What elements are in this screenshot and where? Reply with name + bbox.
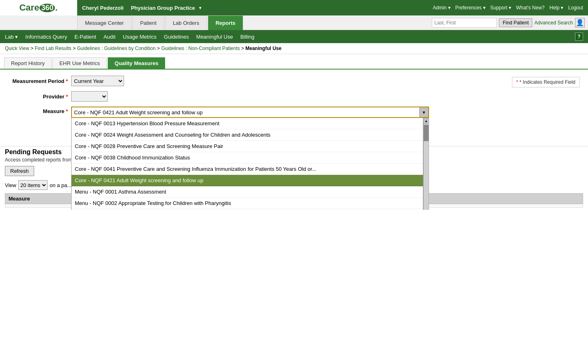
nav-usage-metrics[interactable]: Usage Metrics xyxy=(123,34,157,40)
tab-quality-measures[interactable]: Quality Measures xyxy=(108,57,166,69)
dropdown-item[interactable]: Core - NQF 0013 Hypertension Blood Press… xyxy=(72,118,423,129)
measure-row: Measure * Core - NQF 0421 Adult Weight s… xyxy=(4,107,584,118)
dropdown-item[interactable]: Core - NQF 0028 Preventive Care and Scre… xyxy=(72,141,423,152)
support-link[interactable]: Support ▾ xyxy=(490,5,511,11)
logo-block: Care 360 . xyxy=(0,0,77,15)
measure-selected-display[interactable]: Core - NQF 0421 Adult Weight screening a… xyxy=(71,107,429,118)
logo-care: Care xyxy=(19,2,39,13)
dropdown-item[interactable]: Core - NQF 0041 Preventive Care and Scre… xyxy=(72,163,423,175)
tab-message-center[interactable]: Message Center xyxy=(77,15,131,30)
logout-link[interactable]: Logout xyxy=(568,5,583,11)
breadcrumb-quick-view[interactable]: Quick View xyxy=(5,46,29,51)
nav-lab[interactable]: Lab ▾ xyxy=(5,34,18,40)
measurement-required-star: * xyxy=(66,78,68,84)
dropdown-item-selected[interactable]: Core - NQF 0421 Adult Weight screening a… xyxy=(72,175,423,186)
dropdown-item[interactable]: Menu - NQF 0001 Asthma Assessment xyxy=(72,186,423,198)
breadcrumb-guidelines-noncompliant[interactable]: Guidelines : Non-Compliant Patients xyxy=(161,46,240,51)
refresh-button[interactable]: Refresh xyxy=(5,166,34,176)
tab-report-history[interactable]: Report History xyxy=(4,57,52,69)
advanced-search-link[interactable]: Advanced Search xyxy=(534,20,573,26)
breadcrumb-find-lab[interactable]: Find Lab Results xyxy=(35,46,72,51)
find-patient-button[interactable]: Find Patient xyxy=(499,18,532,27)
scroll-thumb[interactable] xyxy=(424,125,429,141)
top-bar: Cheryl Pederzoli Physician Group Practic… xyxy=(77,0,588,15)
measurement-period-select[interactable]: Current Year Prior Year xyxy=(71,76,124,86)
nav-meaningful-use[interactable]: Meaningful Use xyxy=(196,34,233,40)
required-field-note: * * Indicates Required Field xyxy=(512,77,580,87)
measure-dropdown-container: Core - NQF 0421 Adult Weight screening a… xyxy=(71,107,429,118)
view-label: View xyxy=(5,182,16,188)
dropdown-item[interactable]: Menu - NQF 0002 Appropriate Testing for … xyxy=(72,198,423,209)
dropdown-item[interactable]: Menu - NQF 0004 Initiation and Engagemen… xyxy=(72,209,423,210)
page-tabs: Report History EHR Use Metrics Quality M… xyxy=(0,54,588,70)
on-a-page-label: on a pa... xyxy=(50,182,72,188)
items-per-page-select[interactable]: 20 items 50 items xyxy=(18,180,48,190)
preferences-link[interactable]: Preferences ▾ xyxy=(455,5,486,11)
logo-360: 360 xyxy=(39,4,55,12)
logo-dot: . xyxy=(55,2,57,13)
provider-select[interactable] xyxy=(71,91,108,102)
org-name[interactable]: Physician Group Practice xyxy=(131,5,195,11)
measurement-period-row: Measurement Period * Current Year Prior … xyxy=(4,76,584,86)
breadcrumb: Quick View > Find Lab Results > Guidelin… xyxy=(0,43,588,54)
nav-epatient[interactable]: E-Patient xyxy=(74,34,96,40)
measure-required-star: * xyxy=(66,108,68,114)
nav-audit[interactable]: Audit xyxy=(103,34,115,40)
provider-label: Provider * xyxy=(4,94,71,100)
second-nav: Message Center Patient Lab Orders Report… xyxy=(0,15,588,30)
tab-lab-orders[interactable]: Lab Orders xyxy=(165,15,207,30)
org-dropdown-icon[interactable]: ▼ xyxy=(198,6,202,10)
whats-new-link[interactable]: What's New? xyxy=(516,5,544,11)
admin-link[interactable]: Admin ▾ xyxy=(433,5,450,11)
chevron-down-icon: ▼ xyxy=(422,110,426,115)
third-nav: Lab ▾ Informatics Query E-Patient Audit … xyxy=(0,30,588,43)
main-content: Measurement Period * Current Year Prior … xyxy=(0,70,588,146)
required-asterisk: * xyxy=(516,79,518,85)
breadcrumb-guidelines-condition[interactable]: Guidelines : Guidelines by Condition xyxy=(77,46,155,51)
measure-label: Measure * xyxy=(4,107,71,114)
nav-informatics-query[interactable]: Informatics Query xyxy=(25,34,67,40)
measurement-period-label: Measurement Period * xyxy=(4,78,71,84)
measure-selected-text: Core - NQF 0421 Adult Weight screening a… xyxy=(72,109,419,116)
dropdown-item[interactable]: Core - NQF 0038 Childhood Immunization S… xyxy=(72,152,423,163)
help-link[interactable]: Help ▾ xyxy=(549,5,563,11)
patient-search-input[interactable] xyxy=(432,18,497,28)
provider-required-star: * xyxy=(66,94,68,100)
provider-row: Provider * xyxy=(4,91,584,102)
nav-guidelines[interactable]: Guidelines xyxy=(164,34,189,40)
breadcrumb-current: Meaningful Use xyxy=(246,46,282,51)
tab-ehr-use-metrics[interactable]: EHR Use Metrics xyxy=(52,57,107,69)
user-name: Cheryl Pederzoli xyxy=(82,5,124,11)
dropdown-scrollbar[interactable]: ▲ ▼ xyxy=(423,118,429,210)
nav-billing[interactable]: Billing xyxy=(240,34,255,40)
tab-patient[interactable]: Patient xyxy=(132,15,164,30)
measure-dropdown-toggle[interactable]: ▼ xyxy=(419,107,428,117)
help-question-icon[interactable]: ? xyxy=(575,33,583,41)
tab-reports[interactable]: Reports xyxy=(208,15,243,30)
user-profile-icon[interactable]: 👤 xyxy=(575,18,585,28)
scroll-up-arrow[interactable]: ▲ xyxy=(424,118,429,124)
measure-dropdown-list[interactable]: Core - NQF 0013 Hypertension Blood Press… xyxy=(71,118,423,210)
dropdown-item[interactable]: Core - NQF 0024 Weight Assessment and Co… xyxy=(72,129,423,141)
